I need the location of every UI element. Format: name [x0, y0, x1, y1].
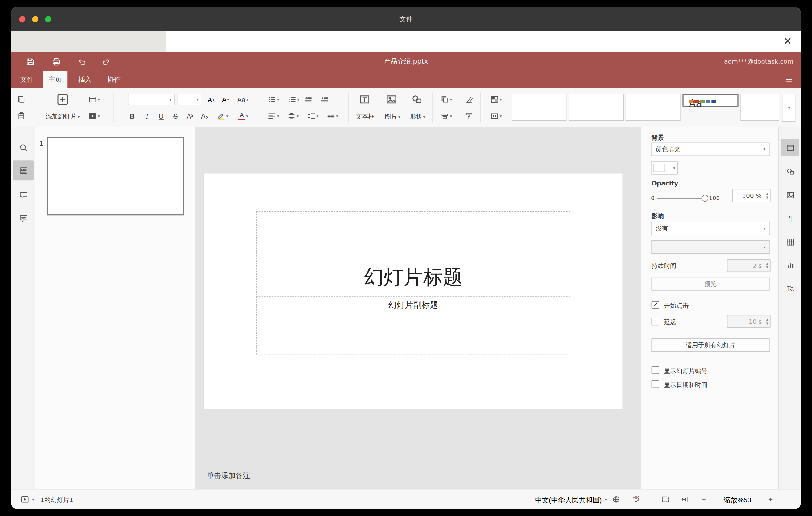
chart-settings-button[interactable] [784, 259, 797, 272]
font-name-select[interactable]: ▾ [128, 94, 175, 105]
show-slide-number-checkbox[interactable] [651, 366, 659, 374]
subscript-button[interactable]: A₂ [198, 110, 211, 122]
show-date-time-checkbox[interactable] [651, 380, 659, 388]
down-icon[interactable]: ▼ [766, 195, 768, 199]
notes-divider[interactable] [195, 463, 641, 464]
apply-to-all-button[interactable]: 适用于所有幻灯片 [651, 338, 770, 352]
underline-button[interactable]: U [155, 110, 167, 122]
zoom-out-button[interactable]: − [699, 494, 708, 505]
vertical-align-button[interactable]: ▾ [285, 110, 302, 122]
zoom-level-button[interactable]: 缩放%53 [712, 496, 763, 505]
copy-button[interactable] [17, 93, 25, 106]
tab-file[interactable]: 文件 [16, 71, 38, 88]
background-fill-select[interactable]: 颜色填充 ▾ [651, 143, 770, 156]
notes-placeholder[interactable]: 单击添加备注 [207, 471, 250, 481]
set-language-button[interactable] [611, 494, 622, 505]
start-on-click-checkbox[interactable]: ✓ [651, 301, 659, 309]
theme-thumbnail[interactable] [626, 94, 680, 121]
add-slide-label-button[interactable]: 添加幻灯片▾ [40, 111, 85, 122]
strikethrough-button[interactable]: S [169, 110, 182, 122]
close-traffic-light[interactable] [19, 16, 25, 22]
spellcheck-button[interactable]: ABC [631, 494, 643, 505]
table-settings-button[interactable] [784, 235, 797, 249]
down-icon[interactable]: ▼ [766, 321, 768, 325]
add-slide-button[interactable] [56, 92, 70, 107]
insert-image-button[interactable] [384, 92, 399, 107]
align-shape-button[interactable]: ▾ [437, 110, 456, 122]
comments-panel-button[interactable] [17, 189, 29, 201]
change-layout-button[interactable]: ▾ [89, 93, 100, 106]
up-icon[interactable]: ▲ [766, 192, 768, 195]
superscript-button[interactable]: A² [184, 110, 196, 122]
down-icon[interactable]: ▼ [766, 265, 768, 269]
horizontal-align-button[interactable]: ▾ [265, 110, 282, 122]
tab-collaboration[interactable]: 协作 [103, 71, 125, 88]
start-slideshow-button[interactable]: ▾ [89, 110, 100, 122]
save-button[interactable] [25, 56, 35, 67]
start-slideshow-status-button[interactable] [20, 495, 30, 504]
theme-gallery-expand-button[interactable]: ▾ [782, 94, 796, 122]
insert-shape-button[interactable] [410, 92, 424, 107]
opacity-spinner[interactable]: 100 % ▲▼ [732, 189, 770, 202]
opacity-slider-track[interactable] [657, 198, 705, 199]
line-spacing-button[interactable]: ▾ [304, 110, 321, 122]
clear-style-button[interactable] [465, 93, 473, 106]
decrease-indent-button[interactable] [304, 93, 312, 106]
paste-button[interactable] [17, 110, 25, 122]
chevron-down-icon[interactable]: ▾ [605, 497, 607, 502]
increase-indent-button[interactable] [321, 93, 329, 106]
zoom-in-button[interactable]: + [766, 494, 775, 505]
insert-image-label-button[interactable]: 图片▾ [379, 111, 406, 122]
title-placeholder[interactable]: 幻灯片标题 [256, 211, 570, 295]
bold-button[interactable]: B [126, 110, 138, 122]
increase-font-button[interactable]: A▲ [205, 93, 218, 106]
paragraph-settings-button[interactable]: ¶ [784, 211, 797, 225]
minimize-traffic-light[interactable] [32, 16, 38, 22]
maximize-traffic-light[interactable] [45, 16, 51, 22]
duration-spinner[interactable]: 2 s ▲▼ [727, 259, 771, 272]
preview-button[interactable]: 预览 [651, 278, 770, 291]
font-color-button[interactable]: A ▾ [234, 110, 252, 122]
arrange-shape-button[interactable]: ▾ [437, 93, 456, 106]
italic-button[interactable]: I [140, 110, 153, 122]
columns-button[interactable]: ▾ [324, 110, 341, 122]
background-color-picker[interactable]: ▾ [651, 161, 678, 175]
theme-thumbnail-selected[interactable]: Aa [683, 94, 738, 107]
spinner-arrows[interactable]: ▲▼ [766, 192, 768, 199]
image-settings-button[interactable] [784, 188, 797, 202]
opacity-slider-knob[interactable] [701, 195, 708, 202]
theme-thumbnail[interactable] [512, 94, 567, 121]
transition-variant-select[interactable]: ▾ [651, 240, 770, 254]
up-icon[interactable]: ▲ [766, 262, 768, 265]
language-button[interactable]: 中文(中华人民共和国) [524, 496, 602, 505]
chat-panel-button[interactable] [17, 212, 29, 224]
copy-style-button[interactable] [465, 110, 473, 122]
insert-shape-label-button[interactable]: 形状▾ [404, 111, 431, 122]
subtitle-placeholder[interactable]: 幻灯片副标题 [256, 296, 570, 354]
print-button[interactable] [51, 56, 61, 67]
slide-settings-button[interactable] [784, 141, 797, 154]
slide-thumbnail-1[interactable] [47, 137, 184, 216]
font-size-select[interactable]: ▾ [178, 94, 201, 105]
highlight-color-button[interactable]: ▾ [214, 110, 231, 122]
close-modal-button[interactable]: ✕ [781, 34, 794, 48]
tab-insert[interactable]: 插入 [74, 71, 96, 88]
slides-panel-button[interactable] [17, 164, 29, 176]
tab-home[interactable]: 主页 [43, 71, 67, 88]
slide-canvas[interactable]: 幻灯片标题 幻灯片副标题 [204, 173, 622, 409]
fit-to-width-button[interactable] [678, 494, 690, 505]
view-settings-button[interactable]: ☰ [785, 71, 792, 88]
transition-effect-select[interactable]: 没有 ▾ [651, 222, 770, 235]
theme-thumbnail[interactable] [569, 94, 624, 121]
text-art-settings-button[interactable]: Ta [784, 281, 797, 295]
delay-spinner[interactable]: 10 s ▲▼ [727, 315, 771, 328]
shape-settings-button[interactable] [784, 165, 797, 178]
redo-button[interactable] [100, 56, 111, 67]
spinner-arrows[interactable]: ▲▼ [766, 318, 768, 325]
bullet-list-button[interactable]: ▾ [265, 93, 282, 106]
numbered-list-button[interactable]: 123 ▾ [285, 93, 302, 106]
slide-size-button[interactable]: ▾ [487, 110, 505, 122]
insert-textbox-button[interactable] [357, 92, 372, 107]
undo-button[interactable] [77, 56, 87, 67]
search-panel-button[interactable] [17, 141, 29, 154]
